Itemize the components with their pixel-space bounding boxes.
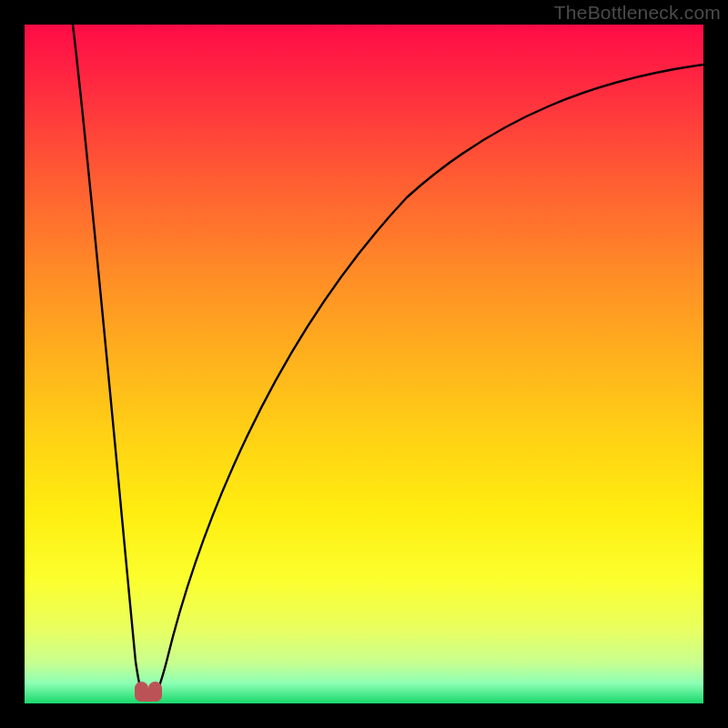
watermark-text: TheBottleneck.com	[554, 2, 721, 24]
bottleneck-curve	[25, 25, 703, 703]
optimal-point-marker	[135, 679, 162, 703]
plot-frame	[25, 25, 703, 703]
marker-bridge	[140, 691, 157, 702]
